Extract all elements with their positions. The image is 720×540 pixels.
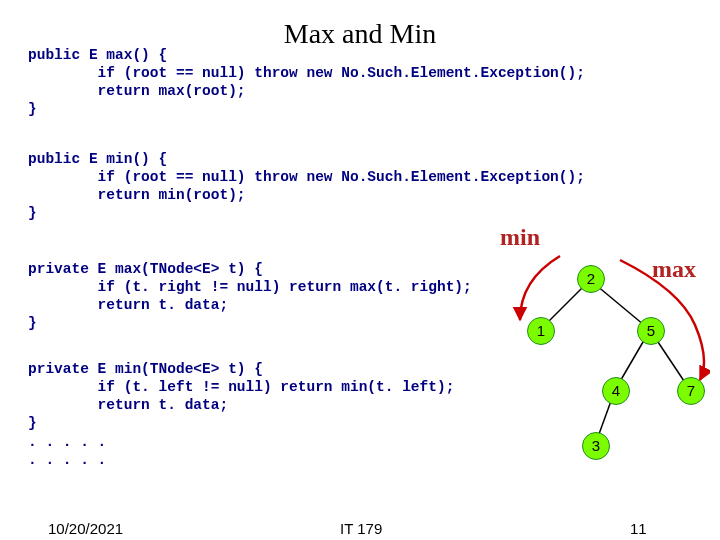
max-arrow xyxy=(620,260,704,380)
min-arrow xyxy=(520,256,560,320)
footer-date: 10/20/2021 xyxy=(48,520,123,537)
tree-node-1: 1 xyxy=(527,317,555,345)
code-min-private: private E min(TNode<E> t) { if (t. left … xyxy=(28,360,454,469)
code-max-private: private E max(TNode<E> t) { if (t. right… xyxy=(28,260,472,333)
footer-course: IT 179 xyxy=(340,520,382,537)
bst-diagram: 2 1 5 4 7 3 xyxy=(500,250,710,480)
tree-node-5: 5 xyxy=(637,317,665,345)
min-label: min xyxy=(500,224,540,251)
footer-page: 11 xyxy=(630,520,647,537)
tree-node-4: 4 xyxy=(602,377,630,405)
tree-node-7: 7 xyxy=(677,377,705,405)
tree-node-2: 2 xyxy=(577,265,605,293)
code-min-public: public E min() { if (root == null) throw… xyxy=(28,150,585,223)
code-max-public: public E max() { if (root == null) throw… xyxy=(28,46,585,119)
tree-node-3: 3 xyxy=(582,432,610,460)
